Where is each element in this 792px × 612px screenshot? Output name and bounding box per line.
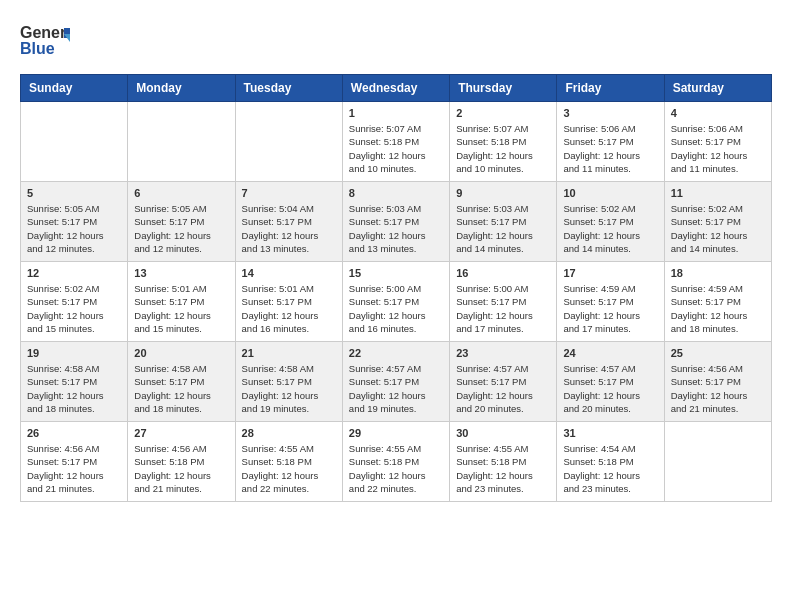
calendar-day-7: 7Sunrise: 5:04 AM Sunset: 5:17 PM Daylig…	[235, 182, 342, 262]
day-detail: Sunrise: 5:01 AM Sunset: 5:17 PM Dayligh…	[242, 282, 336, 335]
day-number: 28	[242, 427, 336, 439]
day-detail: Sunrise: 5:00 AM Sunset: 5:17 PM Dayligh…	[456, 282, 550, 335]
logo: General Blue	[20, 20, 70, 64]
day-detail: Sunrise: 5:01 AM Sunset: 5:17 PM Dayligh…	[134, 282, 228, 335]
calendar-day-23: 23Sunrise: 4:57 AM Sunset: 5:17 PM Dayli…	[450, 342, 557, 422]
day-detail: Sunrise: 5:03 AM Sunset: 5:17 PM Dayligh…	[456, 202, 550, 255]
weekday-header-thursday: Thursday	[450, 75, 557, 102]
calendar-day-8: 8Sunrise: 5:03 AM Sunset: 5:17 PM Daylig…	[342, 182, 449, 262]
calendar-day-4: 4Sunrise: 5:06 AM Sunset: 5:17 PM Daylig…	[664, 102, 771, 182]
day-number: 29	[349, 427, 443, 439]
day-detail: Sunrise: 4:56 AM Sunset: 5:18 PM Dayligh…	[134, 442, 228, 495]
calendar-day-1: 1Sunrise: 5:07 AM Sunset: 5:18 PM Daylig…	[342, 102, 449, 182]
svg-text:General: General	[20, 24, 70, 41]
day-number: 21	[242, 347, 336, 359]
calendar-day-18: 18Sunrise: 4:59 AM Sunset: 5:17 PM Dayli…	[664, 262, 771, 342]
day-detail: Sunrise: 5:05 AM Sunset: 5:17 PM Dayligh…	[134, 202, 228, 255]
calendar-week-5: 26Sunrise: 4:56 AM Sunset: 5:17 PM Dayli…	[21, 422, 772, 502]
empty-cell	[128, 102, 235, 182]
weekday-header-saturday: Saturday	[664, 75, 771, 102]
svg-text:Blue: Blue	[20, 40, 55, 57]
calendar-week-1: 1Sunrise: 5:07 AM Sunset: 5:18 PM Daylig…	[21, 102, 772, 182]
day-number: 20	[134, 347, 228, 359]
day-number: 13	[134, 267, 228, 279]
day-number: 2	[456, 107, 550, 119]
empty-cell	[664, 422, 771, 502]
logo-graphic: General Blue	[20, 20, 70, 64]
day-number: 23	[456, 347, 550, 359]
weekday-header-monday: Monday	[128, 75, 235, 102]
calendar-day-27: 27Sunrise: 4:56 AM Sunset: 5:18 PM Dayli…	[128, 422, 235, 502]
day-detail: Sunrise: 4:58 AM Sunset: 5:17 PM Dayligh…	[27, 362, 121, 415]
empty-cell	[21, 102, 128, 182]
calendar-day-13: 13Sunrise: 5:01 AM Sunset: 5:17 PM Dayli…	[128, 262, 235, 342]
calendar-day-5: 5Sunrise: 5:05 AM Sunset: 5:17 PM Daylig…	[21, 182, 128, 262]
day-detail: Sunrise: 4:58 AM Sunset: 5:17 PM Dayligh…	[134, 362, 228, 415]
day-number: 11	[671, 187, 765, 199]
day-number: 15	[349, 267, 443, 279]
day-detail: Sunrise: 5:06 AM Sunset: 5:17 PM Dayligh…	[563, 122, 657, 175]
day-detail: Sunrise: 4:56 AM Sunset: 5:17 PM Dayligh…	[671, 362, 765, 415]
weekday-header-friday: Friday	[557, 75, 664, 102]
calendar-day-10: 10Sunrise: 5:02 AM Sunset: 5:17 PM Dayli…	[557, 182, 664, 262]
day-number: 14	[242, 267, 336, 279]
empty-cell	[235, 102, 342, 182]
day-number: 1	[349, 107, 443, 119]
day-number: 16	[456, 267, 550, 279]
day-detail: Sunrise: 5:02 AM Sunset: 5:17 PM Dayligh…	[671, 202, 765, 255]
day-number: 22	[349, 347, 443, 359]
day-detail: Sunrise: 4:54 AM Sunset: 5:18 PM Dayligh…	[563, 442, 657, 495]
calendar-day-3: 3Sunrise: 5:06 AM Sunset: 5:17 PM Daylig…	[557, 102, 664, 182]
day-number: 6	[134, 187, 228, 199]
calendar-day-6: 6Sunrise: 5:05 AM Sunset: 5:17 PM Daylig…	[128, 182, 235, 262]
day-detail: Sunrise: 5:00 AM Sunset: 5:17 PM Dayligh…	[349, 282, 443, 335]
day-detail: Sunrise: 4:58 AM Sunset: 5:17 PM Dayligh…	[242, 362, 336, 415]
weekday-header-sunday: Sunday	[21, 75, 128, 102]
day-number: 3	[563, 107, 657, 119]
calendar-day-22: 22Sunrise: 4:57 AM Sunset: 5:17 PM Dayli…	[342, 342, 449, 422]
calendar-day-21: 21Sunrise: 4:58 AM Sunset: 5:17 PM Dayli…	[235, 342, 342, 422]
calendar-day-28: 28Sunrise: 4:55 AM Sunset: 5:18 PM Dayli…	[235, 422, 342, 502]
calendar-day-25: 25Sunrise: 4:56 AM Sunset: 5:17 PM Dayli…	[664, 342, 771, 422]
calendar-day-26: 26Sunrise: 4:56 AM Sunset: 5:17 PM Dayli…	[21, 422, 128, 502]
day-detail: Sunrise: 5:02 AM Sunset: 5:17 PM Dayligh…	[563, 202, 657, 255]
calendar-day-16: 16Sunrise: 5:00 AM Sunset: 5:17 PM Dayli…	[450, 262, 557, 342]
day-detail: Sunrise: 4:59 AM Sunset: 5:17 PM Dayligh…	[563, 282, 657, 335]
day-number: 31	[563, 427, 657, 439]
calendar-day-20: 20Sunrise: 4:58 AM Sunset: 5:17 PM Dayli…	[128, 342, 235, 422]
calendar-header-row: SundayMondayTuesdayWednesdayThursdayFrid…	[21, 75, 772, 102]
day-number: 10	[563, 187, 657, 199]
calendar-day-29: 29Sunrise: 4:55 AM Sunset: 5:18 PM Dayli…	[342, 422, 449, 502]
weekday-header-tuesday: Tuesday	[235, 75, 342, 102]
day-number: 9	[456, 187, 550, 199]
day-number: 18	[671, 267, 765, 279]
calendar-day-15: 15Sunrise: 5:00 AM Sunset: 5:17 PM Dayli…	[342, 262, 449, 342]
day-detail: Sunrise: 4:56 AM Sunset: 5:17 PM Dayligh…	[27, 442, 121, 495]
calendar-day-30: 30Sunrise: 4:55 AM Sunset: 5:18 PM Dayli…	[450, 422, 557, 502]
day-number: 19	[27, 347, 121, 359]
day-detail: Sunrise: 5:02 AM Sunset: 5:17 PM Dayligh…	[27, 282, 121, 335]
day-detail: Sunrise: 5:07 AM Sunset: 5:18 PM Dayligh…	[349, 122, 443, 175]
calendar-day-19: 19Sunrise: 4:58 AM Sunset: 5:17 PM Dayli…	[21, 342, 128, 422]
day-number: 12	[27, 267, 121, 279]
calendar-day-17: 17Sunrise: 4:59 AM Sunset: 5:17 PM Dayli…	[557, 262, 664, 342]
day-number: 4	[671, 107, 765, 119]
calendar-week-2: 5Sunrise: 5:05 AM Sunset: 5:17 PM Daylig…	[21, 182, 772, 262]
day-number: 25	[671, 347, 765, 359]
day-detail: Sunrise: 5:07 AM Sunset: 5:18 PM Dayligh…	[456, 122, 550, 175]
calendar-day-11: 11Sunrise: 5:02 AM Sunset: 5:17 PM Dayli…	[664, 182, 771, 262]
day-detail: Sunrise: 4:59 AM Sunset: 5:17 PM Dayligh…	[671, 282, 765, 335]
calendar-day-14: 14Sunrise: 5:01 AM Sunset: 5:17 PM Dayli…	[235, 262, 342, 342]
day-detail: Sunrise: 5:03 AM Sunset: 5:17 PM Dayligh…	[349, 202, 443, 255]
calendar-week-3: 12Sunrise: 5:02 AM Sunset: 5:17 PM Dayli…	[21, 262, 772, 342]
calendar-day-12: 12Sunrise: 5:02 AM Sunset: 5:17 PM Dayli…	[21, 262, 128, 342]
day-detail: Sunrise: 4:57 AM Sunset: 5:17 PM Dayligh…	[456, 362, 550, 415]
day-number: 26	[27, 427, 121, 439]
day-number: 8	[349, 187, 443, 199]
calendar-day-2: 2Sunrise: 5:07 AM Sunset: 5:18 PM Daylig…	[450, 102, 557, 182]
day-detail: Sunrise: 4:57 AM Sunset: 5:17 PM Dayligh…	[563, 362, 657, 415]
day-detail: Sunrise: 5:06 AM Sunset: 5:17 PM Dayligh…	[671, 122, 765, 175]
calendar-day-9: 9Sunrise: 5:03 AM Sunset: 5:17 PM Daylig…	[450, 182, 557, 262]
day-number: 7	[242, 187, 336, 199]
calendar-week-4: 19Sunrise: 4:58 AM Sunset: 5:17 PM Dayli…	[21, 342, 772, 422]
